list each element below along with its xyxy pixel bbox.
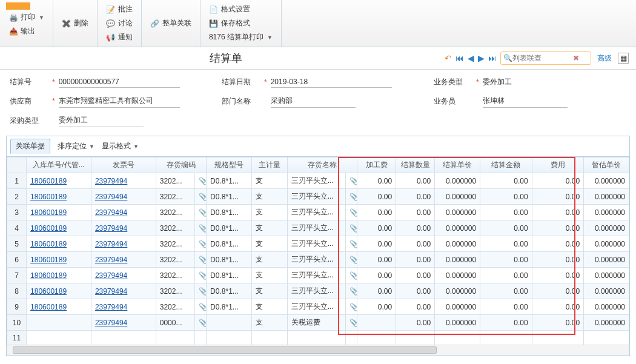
- cell-invoice[interactable]: 23979494: [91, 252, 156, 268]
- col-amount[interactable]: 结算金额: [480, 157, 532, 173]
- print-button[interactable]: 🖨️ 打印 ▼: [6, 11, 47, 24]
- table-row[interactable]: 3180600189239794943202...📎D0.8*1...支三刃平头…: [7, 205, 629, 220]
- cell-cost[interactable]: 0.00: [532, 173, 583, 189]
- attachment-icon[interactable]: 📎: [194, 268, 206, 283]
- cell-proc-fee[interactable]: 0.00: [357, 299, 396, 315]
- clear-icon[interactable]: ✖: [573, 54, 579, 62]
- attachment-icon[interactable]: 📎: [194, 205, 206, 220]
- export-button[interactable]: 📤 输出: [6, 25, 47, 38]
- cell-qty[interactable]: 0.00: [396, 236, 435, 252]
- cell-spec[interactable]: D0.8*1...: [207, 189, 252, 205]
- table-row[interactable]: 10239794940000...📎支关税运费📎0.000.0000000.00…: [7, 315, 629, 331]
- cell-stock-name[interactable]: 三刃平头立...: [287, 205, 345, 220]
- cell-qty[interactable]: 0.00: [396, 205, 435, 220]
- cell-amount[interactable]: 0.00: [480, 283, 532, 299]
- cell-unit[interactable]: 支: [251, 299, 287, 315]
- cell-spec[interactable]: D0.8*1...: [207, 299, 252, 315]
- cell-cost[interactable]: 0.00: [532, 189, 583, 205]
- cell-cost[interactable]: 0.00: [532, 283, 583, 299]
- cell-inbound[interactable]: 180600189: [27, 189, 91, 205]
- layout-icon[interactable]: ▦: [618, 53, 629, 64]
- cell-proc-fee[interactable]: 0.00: [357, 252, 396, 268]
- undo-icon[interactable]: ↶: [445, 53, 452, 63]
- cell-stock-name[interactable]: 三刃平头立...: [287, 236, 345, 252]
- table-row[interactable]: 6180600189239794943202...📎D0.8*1...支三刃平头…: [7, 252, 629, 268]
- cell-amount[interactable]: 0.00: [480, 268, 532, 283]
- attachment-icon[interactable]: 📎: [194, 252, 206, 268]
- cell-spec[interactable]: D0.8*1...: [207, 205, 252, 220]
- cell-amount[interactable]: 0.00: [480, 299, 532, 315]
- cell-invoice[interactable]: 23979494: [91, 268, 156, 283]
- cell-invoice[interactable]: 23979494: [91, 205, 156, 220]
- cell-stock-code[interactable]: 3202...: [156, 220, 194, 236]
- cell-est-price[interactable]: 0.000000: [584, 173, 629, 189]
- cell-stock-name[interactable]: 三刃平头立...: [287, 283, 345, 299]
- table-row[interactable]: 5180600189239794943202...📎D0.8*1...支三刃平头…: [7, 236, 629, 252]
- cell-est-price[interactable]: 0.000000: [584, 268, 629, 283]
- attachment-icon[interactable]: 📎: [194, 220, 206, 236]
- cell-amount[interactable]: 0.00: [480, 173, 532, 189]
- cell-amount[interactable]: 0.00: [480, 252, 532, 268]
- discuss-button[interactable]: 💬 讨论: [104, 17, 135, 30]
- cell-cost[interactable]: 0.00: [532, 268, 583, 283]
- cell-invoice[interactable]: 23979494: [91, 283, 156, 299]
- cell-inbound[interactable]: 180600189: [27, 236, 91, 252]
- cell-qty[interactable]: 0.00: [396, 252, 435, 268]
- cell-stock-name[interactable]: 三刃平头立...: [287, 268, 345, 283]
- cell-unit-price[interactable]: 0.000000: [435, 173, 480, 189]
- col-main-unit[interactable]: 主计量: [251, 157, 287, 173]
- table-row[interactable]: 11: [7, 331, 629, 345]
- cell-stock-code[interactable]: 0000...: [156, 315, 194, 331]
- cell-inbound[interactable]: 180600189: [27, 252, 91, 268]
- table-row[interactable]: 4180600189239794943202...📎D0.8*1...支三刃平头…: [7, 220, 629, 236]
- attachment-icon[interactable]: 📎: [345, 283, 357, 299]
- cell-est-price[interactable]: 0.000000: [584, 236, 629, 252]
- cell-unit-price[interactable]: 0.000000: [435, 236, 480, 252]
- cell-qty[interactable]: 0.00: [396, 268, 435, 283]
- cell-stock-code[interactable]: 3202...: [156, 189, 194, 205]
- cell-proc-fee[interactable]: 0.00: [357, 205, 396, 220]
- cell-unit-price[interactable]: 0.000000: [435, 299, 480, 315]
- cell-cost[interactable]: 0.00: [532, 236, 583, 252]
- cell-est-price[interactable]: 0.000000: [584, 189, 629, 205]
- cell-est-price[interactable]: 0.000000: [584, 220, 629, 236]
- cell-unit-price[interactable]: 0.000000: [435, 268, 480, 283]
- col-unit-price[interactable]: 结算单价: [435, 157, 480, 173]
- cell-stock-name[interactable]: 三刃平头立...: [287, 220, 345, 236]
- cell-cost[interactable]: 0.00: [532, 299, 583, 315]
- table-row[interactable]: 7180600189239794943202...📎D0.8*1...支三刃平头…: [7, 268, 629, 283]
- attachment-icon[interactable]: 📎: [345, 220, 357, 236]
- col-spec[interactable]: 规格型号: [207, 157, 252, 173]
- cell-spec[interactable]: D0.8*1...: [207, 252, 252, 268]
- cell-amount[interactable]: 0.00: [480, 220, 532, 236]
- prev-icon[interactable]: ◀: [468, 53, 474, 63]
- assoc-button[interactable]: 🔗 整单关联: [148, 17, 194, 30]
- cell-est-price[interactable]: 0.000000: [584, 315, 629, 331]
- cell-proc-fee[interactable]: [357, 315, 396, 331]
- cell-unit[interactable]: 支: [251, 189, 287, 205]
- cell-stock-name[interactable]: 三刃平头立...: [287, 299, 345, 315]
- cell-proc-fee[interactable]: 0.00: [357, 220, 396, 236]
- attachment-icon[interactable]: 📎: [345, 173, 357, 189]
- first-icon[interactable]: ⏮: [455, 53, 464, 63]
- attachment-icon[interactable]: 📎: [345, 189, 357, 205]
- cell-amount[interactable]: 0.00: [480, 189, 532, 205]
- attachment-icon[interactable]: 📎: [194, 173, 206, 189]
- cell-qty[interactable]: 0.00: [396, 315, 435, 331]
- cell-invoice[interactable]: 23979494: [91, 189, 156, 205]
- attachment-icon[interactable]: 📎: [194, 236, 206, 252]
- col-proc-fee[interactable]: 加工费: [357, 157, 396, 173]
- cell-amount[interactable]: 0.00: [480, 315, 532, 331]
- advanced-link[interactable]: 高级: [597, 53, 612, 64]
- attachment-icon[interactable]: 📎: [194, 315, 206, 331]
- col-invoice[interactable]: 发票号: [91, 157, 156, 173]
- table-row[interactable]: 8180600189239794943202...📎D0.8*1...支三刃平头…: [7, 283, 629, 299]
- cell-unit[interactable]: 支: [251, 315, 287, 331]
- cell-spec[interactable]: D0.8*1...: [207, 268, 252, 283]
- cell-invoice[interactable]: 23979494: [91, 315, 156, 331]
- cell-qty[interactable]: 0.00: [396, 299, 435, 315]
- cell-unit[interactable]: 支: [251, 220, 287, 236]
- cell-inbound[interactable]: [27, 315, 91, 331]
- cell-est-price[interactable]: 0.000000: [584, 252, 629, 268]
- cell-est-price[interactable]: 0.000000: [584, 299, 629, 315]
